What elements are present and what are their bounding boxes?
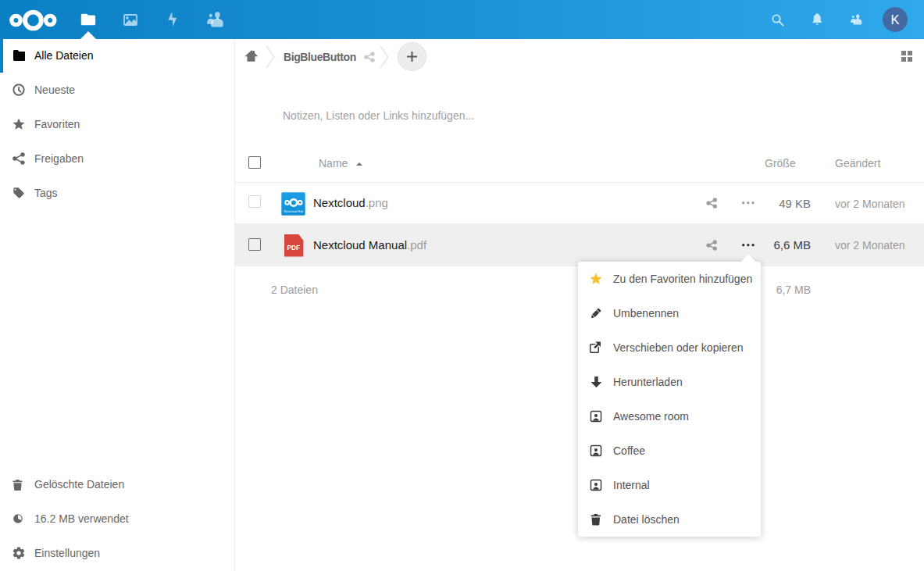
svg-text:PDF: PDF xyxy=(287,244,300,252)
svg-text:Nextcloud Hub: Nextcloud Hub xyxy=(284,210,304,213)
